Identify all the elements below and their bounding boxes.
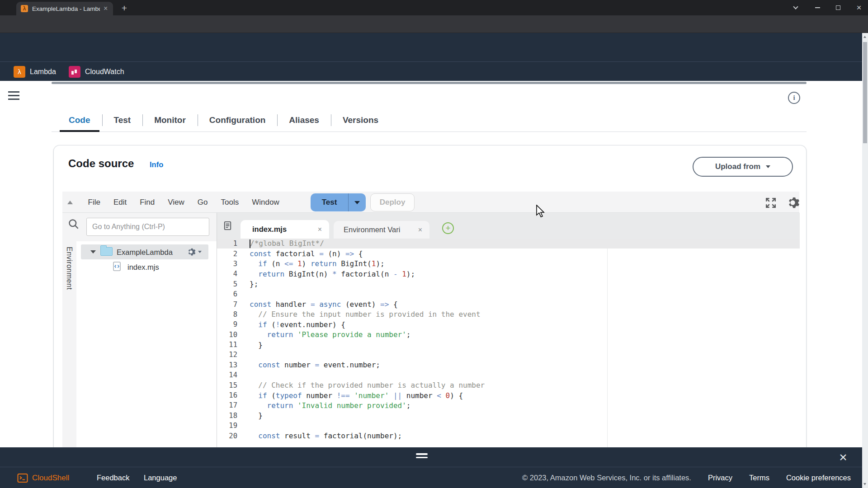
tree-folder-label[interactable]: ExampleLambda bbox=[117, 248, 173, 257]
footer-cloudshell[interactable]: CloudShell bbox=[17, 467, 69, 488]
mouse-cursor bbox=[536, 205, 546, 218]
tab-close-icon[interactable]: × bbox=[418, 226, 422, 234]
menu-edit[interactable]: Edit bbox=[107, 198, 133, 207]
editor-tab-environment-vari[interactable]: Environment Vari× bbox=[334, 221, 429, 239]
menu-view[interactable]: View bbox=[161, 198, 191, 207]
favorite-cloudwatch[interactable]: CloudWatch bbox=[69, 62, 124, 81]
aws-header: aws Services [Alt+S] ? N. Virginia cloud… bbox=[0, 33, 868, 61]
environment-rail[interactable]: Environment bbox=[62, 241, 76, 447]
tab-code[interactable]: Code bbox=[57, 108, 102, 131]
code-line[interactable]: 12 bbox=[217, 350, 800, 360]
upload-from-button[interactable]: Upload from bbox=[693, 157, 793, 177]
code-area[interactable]: 1/*global BigInt*/2const factorial = (n)… bbox=[217, 239, 800, 447]
favorite-lambda[interactable]: λLambda bbox=[14, 62, 56, 81]
code-line[interactable]: 10 return 'Please provide a number'; bbox=[217, 330, 800, 340]
code-line[interactable]: 15 // Check if the provided number is ac… bbox=[217, 380, 800, 390]
scrollbar-thumb[interactable] bbox=[863, 42, 867, 143]
hamburger-menu-icon[interactable] bbox=[8, 91, 19, 100]
test-dropdown-arrow[interactable] bbox=[349, 193, 366, 211]
feedback-link[interactable]: Feedback bbox=[97, 467, 129, 488]
info-panel-icon[interactable]: i bbox=[788, 92, 800, 104]
code-editor: FileEditFindViewGoToolsWindow Test Deplo… bbox=[62, 192, 799, 447]
scrollbar-down-icon[interactable] bbox=[863, 483, 866, 485]
test-button[interactable]: Test bbox=[311, 193, 366, 211]
code-line[interactable]: 13 const number = event.number; bbox=[217, 360, 800, 370]
favorites-bar: λLambdaCloudWatch bbox=[0, 61, 868, 81]
code-line[interactable]: 18 } bbox=[217, 411, 800, 421]
footer-link-privacy[interactable]: Privacy bbox=[708, 474, 732, 482]
code-line[interactable]: 16 if (typeof number !== 'number' || num… bbox=[217, 390, 800, 400]
line-number: 10 bbox=[217, 331, 243, 339]
line-number: 6 bbox=[217, 290, 243, 298]
cloudshell-close-icon[interactable]: × bbox=[834, 448, 852, 466]
code-line[interactable]: 3 if (n <= 1) return BigInt(1); bbox=[217, 259, 800, 269]
editor-tab-label: Environment Vari bbox=[344, 225, 413, 234]
menu-window[interactable]: Window bbox=[245, 198, 286, 207]
collapse-menubar-icon[interactable] bbox=[67, 201, 73, 204]
code-text: const factorial = (n) => { bbox=[243, 249, 363, 258]
cloudshell-drag-handle[interactable] bbox=[416, 453, 428, 460]
code-text: }; bbox=[243, 280, 258, 288]
horizontal-scrollbar[interactable] bbox=[52, 82, 807, 84]
tab-monitor[interactable]: Monitor bbox=[142, 108, 198, 131]
vertical-scrollbar[interactable] bbox=[862, 33, 868, 488]
editor-settings-gear-icon[interactable] bbox=[785, 195, 800, 210]
tab-aliases[interactable]: Aliases bbox=[277, 108, 331, 131]
goto-anything-input[interactable] bbox=[86, 218, 209, 236]
code-line[interactable]: 11 } bbox=[217, 340, 800, 350]
info-link[interactable]: Info bbox=[150, 160, 163, 169]
tab-versions[interactable]: Versions bbox=[331, 108, 390, 131]
line-number: 3 bbox=[217, 260, 243, 268]
window-close-button[interactable]: × bbox=[850, 0, 868, 15]
code-line[interactable]: 8 // Ensure the input number is provided… bbox=[217, 310, 800, 319]
window-minimize-button[interactable] bbox=[808, 0, 826, 15]
folder-icon bbox=[100, 247, 113, 256]
favorite-label: Lambda bbox=[30, 68, 56, 76]
new-tab-button[interactable]: + bbox=[118, 3, 130, 14]
menu-go[interactable]: Go bbox=[191, 198, 214, 207]
fullscreen-icon[interactable] bbox=[763, 195, 778, 210]
tab-test[interactable]: Test bbox=[102, 108, 143, 131]
code-line[interactable]: 14 bbox=[217, 370, 800, 380]
code-source-title: Code source bbox=[68, 157, 134, 170]
code-line[interactable]: 6 bbox=[217, 289, 800, 299]
code-line[interactable]: 1/*global BigInt*/ bbox=[217, 239, 800, 249]
line-number: 12 bbox=[217, 351, 243, 359]
code-line[interactable]: 20 const result = factorial(number); bbox=[217, 431, 800, 441]
window-chevron-icon[interactable] bbox=[787, 0, 805, 15]
code-line[interactable]: 17 return 'Invalid number provided'; bbox=[217, 400, 800, 410]
code-line[interactable]: 2const factorial = (n) => { bbox=[217, 249, 800, 258]
code-line[interactable]: 9 if (!event.number) { bbox=[217, 319, 800, 329]
footer-link-terms[interactable]: Terms bbox=[749, 474, 769, 482]
code-line[interactable]: 19 bbox=[217, 421, 800, 431]
window-maximize-button[interactable] bbox=[829, 0, 847, 15]
tab-close-icon[interactable]: × bbox=[104, 5, 108, 13]
tab-list-icon[interactable] bbox=[222, 221, 233, 233]
tree-gear-dropdown-icon[interactable] bbox=[198, 251, 202, 253]
line-number: 5 bbox=[217, 280, 243, 288]
tree-settings-gear-icon[interactable] bbox=[186, 247, 196, 257]
language-link[interactable]: Language bbox=[144, 467, 177, 488]
code-line[interactable]: 4 return BigInt(n) * factorial(n - 1); bbox=[217, 269, 800, 279]
menu-tools[interactable]: Tools bbox=[214, 198, 245, 207]
function-tabs: CodeTestMonitorConfigurationAliasesVersi… bbox=[52, 108, 807, 132]
goto-search-band bbox=[62, 213, 217, 241]
scrollbar-up-icon[interactable] bbox=[863, 36, 866, 38]
line-number: 16 bbox=[217, 391, 243, 399]
code-text: const handler = async (event) => { bbox=[243, 300, 398, 309]
tab-configuration[interactable]: Configuration bbox=[198, 108, 278, 131]
folder-disclosure-icon[interactable] bbox=[90, 250, 96, 253]
browser-tab[interactable]: λ ExampleLambda - Lambda × bbox=[16, 2, 113, 15]
tree-file-label[interactable]: index.mjs bbox=[127, 263, 159, 272]
menu-file[interactable]: File bbox=[81, 198, 107, 207]
code-line[interactable]: 7const handler = async (event) => { bbox=[217, 299, 800, 309]
new-editor-tab-icon[interactable]: + bbox=[442, 222, 454, 234]
footer-link-cookie-preferences[interactable]: Cookie preferences bbox=[786, 474, 851, 482]
console-footer: CloudShell Feedback Language © 2023, Ama… bbox=[0, 467, 862, 488]
favorite-label: CloudWatch bbox=[85, 68, 124, 76]
code-text: /*global BigInt*/ bbox=[243, 239, 324, 248]
tab-close-icon[interactable]: × bbox=[318, 225, 322, 234]
editor-tab-index-mjs[interactable]: index.mjs× bbox=[241, 220, 329, 239]
code-line[interactable]: 5}; bbox=[217, 279, 800, 289]
menu-find[interactable]: Find bbox=[133, 198, 161, 207]
